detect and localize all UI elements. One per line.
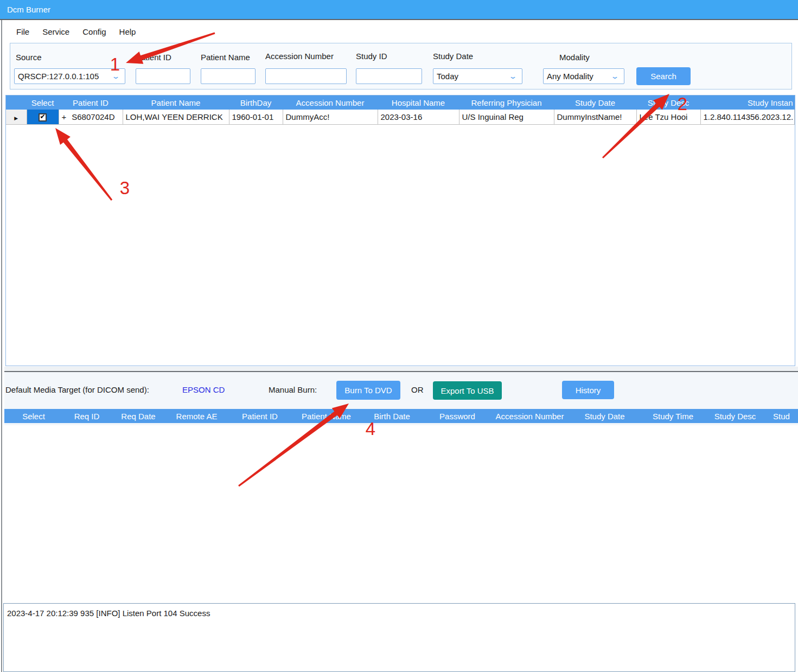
requests-table: SelectReq IDReq DateRemote AEPatient IDP… xyxy=(4,409,798,423)
export-to-usb-button[interactable]: Export To USB xyxy=(433,381,502,400)
window-title: Dcm Burner xyxy=(7,5,50,14)
cell-accession-number: DummyAcc! xyxy=(283,110,378,124)
patient-id-label: Patient ID xyxy=(136,53,171,62)
column-header[interactable]: Study Date xyxy=(569,409,641,423)
column-header[interactable]: Study Time xyxy=(641,409,705,423)
default-media-target-value: EPSON CD xyxy=(182,385,225,394)
row-arrow-icon: ▶ xyxy=(14,116,18,121)
modality-select[interactable]: Any Modality ⌄ xyxy=(543,68,624,84)
table-header-row: SelectPatient IDPatient NameBirthDayAcce… xyxy=(6,95,795,110)
column-header[interactable]: Accession Number xyxy=(283,95,378,110)
search-button[interactable]: Search xyxy=(636,67,691,85)
study-id-label: Study ID xyxy=(356,52,387,61)
chevron-down-icon: ⌄ xyxy=(111,72,123,80)
accession-number-input[interactable] xyxy=(265,68,347,84)
row-indicator[interactable]: ▶ xyxy=(6,110,27,124)
column-header[interactable]: Select xyxy=(4,409,63,423)
column-header[interactable]: Req Date xyxy=(111,409,166,423)
cell-hospital-name: 2023-03-16 xyxy=(378,110,459,124)
study-date-label: Study Date xyxy=(433,52,473,61)
cell-birthday: 1960-01-01 xyxy=(229,110,283,124)
burn-to-dvd-button[interactable]: Burn To DVD xyxy=(336,381,400,400)
history-button[interactable]: History xyxy=(562,381,614,399)
column-header[interactable]: Study Instan xyxy=(700,95,795,110)
log-line: 2023-4-17 20:12:39 935 [INFO] Listen Por… xyxy=(7,609,791,618)
menu-config[interactable]: Config xyxy=(82,27,106,36)
cell-patient-id: +S6807024D xyxy=(59,110,123,124)
modality-select-value: Any Modality xyxy=(547,72,593,81)
select-checkbox-cell[interactable] xyxy=(27,110,59,124)
column-header[interactable]: Study Desc xyxy=(705,409,765,423)
cell-patient-name: LOH,WAI YEEN DERRICK xyxy=(123,110,229,124)
burn-panel: Default Media Target (for DICOM send): E… xyxy=(4,371,798,599)
log-output: 2023-4-17 20:12:39 935 [INFO] Listen Por… xyxy=(3,603,795,672)
studies-table: SelectPatient IDPatient NameBirthDayAcce… xyxy=(6,95,795,125)
cell-study-date: DummyInstName! xyxy=(554,110,636,124)
cell-study-instance-uid: 1.2.840.114356.2023.12. xyxy=(700,110,795,124)
column-header[interactable]: Patient Name xyxy=(292,409,360,423)
column-header[interactable]: Hospital Name xyxy=(378,95,459,110)
column-header[interactable]: Password xyxy=(424,409,491,423)
manual-burn-label: Manual Burn: xyxy=(269,385,317,394)
column-header[interactable]: Accession Number xyxy=(491,409,569,423)
column-header[interactable]: Patient ID xyxy=(227,409,292,423)
default-media-target-label: Default Media Target (for DICOM send): xyxy=(5,385,149,394)
studies-table-container: SelectPatient IDPatient NameBirthDayAcce… xyxy=(5,95,795,366)
menu-service[interactable]: Service xyxy=(42,27,69,36)
checkbox-checked-icon[interactable] xyxy=(39,113,47,121)
study-date-select-value: Today xyxy=(437,72,458,81)
source-select[interactable]: QRSCP:127.0.0.1:105 ⌄ xyxy=(14,68,125,84)
expand-plus-icon[interactable]: + xyxy=(62,112,67,121)
source-select-value: QRSCP:127.0.0.1:105 xyxy=(18,72,99,81)
study-date-select[interactable]: Today ⌄ xyxy=(433,68,522,84)
window-border-left xyxy=(1,20,2,672)
column-header[interactable]: Select xyxy=(27,95,59,110)
column-header[interactable]: Stud xyxy=(765,409,798,423)
column-header[interactable]: BirthDay xyxy=(229,95,283,110)
patient-name-label: Patient Name xyxy=(201,53,250,62)
menu-file[interactable]: File xyxy=(16,27,29,36)
splitter xyxy=(4,367,798,371)
search-panel: Source QRSCP:127.0.0.1:105 ⌄ Patient ID … xyxy=(10,43,792,89)
column-header[interactable]: Birth Date xyxy=(360,409,424,423)
cell-referring-physician: U/S Inguinal Reg xyxy=(459,110,554,124)
menu-bar: File Service Config Help xyxy=(4,22,796,41)
window-border-top xyxy=(0,19,798,20)
column-header[interactable]: Req ID xyxy=(63,409,111,423)
column-header[interactable]: Patient ID xyxy=(59,95,123,110)
column-header[interactable]: Patient Name xyxy=(123,95,229,110)
column-header[interactable] xyxy=(6,95,27,110)
or-label: OR xyxy=(411,385,424,394)
column-header[interactable]: Study Desc xyxy=(636,95,700,110)
table-header-row: SelectReq IDReq DateRemote AEPatient IDP… xyxy=(4,409,798,423)
patient-id-input[interactable] xyxy=(136,68,190,84)
column-header[interactable]: Referring Physician xyxy=(459,95,554,110)
study-table-row[interactable]: ▶ +S6807024D LOH,WAI YEEN DERRICK 1960-0… xyxy=(6,110,795,124)
chevron-down-icon: ⌄ xyxy=(610,72,622,80)
source-label: Source xyxy=(16,53,42,62)
chevron-down-icon: ⌄ xyxy=(508,72,520,80)
cell-study-desc: Lee Tzu Hooi xyxy=(636,110,700,124)
requests-table-body xyxy=(4,425,798,600)
accession-number-label: Accession Number xyxy=(265,52,334,61)
column-header[interactable]: Study Date xyxy=(554,95,636,110)
study-id-input[interactable] xyxy=(356,68,422,84)
window-titlebar[interactable]: Dcm Burner xyxy=(0,0,798,19)
modality-label: Modality xyxy=(559,53,590,62)
menu-help[interactable]: Help xyxy=(119,27,136,36)
patient-name-input[interactable] xyxy=(201,68,256,84)
column-header[interactable]: Remote AE xyxy=(166,409,227,423)
